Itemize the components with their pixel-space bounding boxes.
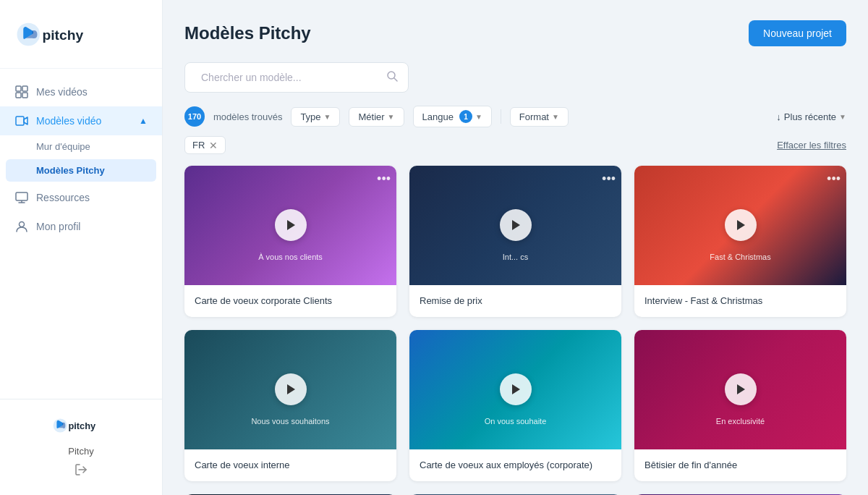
- sign-out-icon[interactable]: [74, 462, 88, 481]
- type-chevron-icon: ▼: [324, 113, 331, 121]
- results-count-badge: 170: [184, 106, 205, 127]
- play-button[interactable]: [725, 373, 757, 405]
- template-title: Remise de prix: [409, 285, 621, 317]
- sidebar-navigation: Mes vidéos Modèles vidéo ▲ Mur d'équipe …: [0, 69, 162, 399]
- template-title: Carte de voeux interne: [184, 449, 396, 481]
- svg-rect-3: [22, 86, 27, 91]
- svg-text:pitchy: pitchy: [43, 28, 84, 43]
- sidebar-item-mon-profil[interactable]: Mon profil: [0, 212, 162, 241]
- thumb-overlay-text: À vous nos clients: [205, 253, 375, 261]
- metier-filter-label: Métier: [358, 111, 384, 122]
- thumb-overlay-text: En exclusivité: [655, 417, 825, 426]
- thumb-overlay-text: Int... cs: [430, 253, 600, 261]
- play-button[interactable]: [725, 209, 757, 241]
- play-button[interactable]: [275, 209, 307, 241]
- monitor-icon: [14, 190, 29, 205]
- sidebar-footer-label: Pitchy: [68, 446, 93, 457]
- template-card[interactable]: Nous vous souhaitons Carte de voeux inte…: [184, 330, 396, 481]
- pitchy-logo-top: pitchy: [14, 14, 116, 54]
- svg-rect-6: [16, 117, 24, 125]
- clear-filters-button[interactable]: Effacer les filtres: [777, 140, 846, 151]
- sidebar-item-modeles-video-label: Modèles vidéo: [36, 115, 132, 127]
- sidebar-subitem-modeles-pitchy[interactable]: Modèles Pitchy: [6, 159, 156, 182]
- sort-arrow-icon: ↓: [776, 111, 781, 122]
- thumb-background: À vous nos clients: [184, 166, 396, 285]
- sort-chevron-icon: ▼: [839, 113, 846, 121]
- play-button[interactable]: [500, 373, 532, 405]
- search-bar: [184, 62, 409, 93]
- template-card[interactable]: Int... cs ••• Remise de prix: [409, 166, 621, 317]
- sidebar-subitem-modeles-pitchy-label: Modèles Pitchy: [36, 165, 105, 176]
- svg-rect-7: [16, 192, 27, 200]
- template-title: Carte de voeux corporate Clients: [184, 285, 396, 317]
- thumb-background: Int... cs: [409, 166, 621, 285]
- pitchy-logo-bottom: pitchy: [52, 414, 110, 440]
- fr-tag-close-button[interactable]: ✕: [209, 140, 218, 151]
- template-card[interactable]: En exclusivité Bêtisier de fin d'année: [634, 330, 846, 481]
- thumb-background: Nous vous souhaitons: [184, 330, 396, 449]
- template-card[interactable]: Fast & Christmas ••• Interview - Fast & …: [634, 166, 846, 317]
- filter-divider: [501, 109, 501, 124]
- svg-line-15: [394, 78, 397, 81]
- fr-filter-tag: FR ✕: [184, 136, 226, 154]
- sidebar-item-ressources-label: Ressources: [36, 192, 90, 203]
- thumb-overlay-text: Nous vous souhaitons: [205, 417, 375, 426]
- metier-filter-button[interactable]: Métier ▼: [349, 107, 404, 127]
- template-thumb: En exclusivité: [634, 330, 846, 449]
- template-title: Bêtisier de fin d'année: [634, 449, 846, 481]
- thumb-overlay-text: Fast & Christmas: [655, 253, 825, 261]
- template-thumb: Fast & Christmas •••: [634, 166, 846, 285]
- results-count-label: modèles trouvés: [213, 111, 282, 122]
- sidebar-item-mes-videos-label: Mes vidéos: [36, 86, 88, 98]
- template-title: Interview - Fast & Christmas: [634, 285, 846, 317]
- svg-rect-5: [22, 93, 27, 98]
- fr-tag-label: FR: [192, 140, 205, 151]
- format-chevron-icon: ▼: [552, 113, 559, 121]
- new-project-button[interactable]: Nouveau projet: [749, 20, 846, 46]
- sidebar: pitchy Mes vidéos Mo: [0, 0, 163, 495]
- type-filter-label: Type: [300, 111, 320, 122]
- templates-grid: À vous nos clients ••• Carte de voeux co…: [184, 166, 846, 495]
- langue-chevron-icon: ▼: [475, 113, 482, 121]
- langue-filter-button[interactable]: Langue 1 ▼: [413, 106, 492, 127]
- metier-chevron-icon: ▼: [388, 113, 395, 121]
- grid-icon: [14, 85, 29, 99]
- search-icon: [386, 70, 398, 85]
- sidebar-item-ressources[interactable]: Ressources: [0, 183, 162, 212]
- sidebar-item-modeles-video[interactable]: Modèles vidéo ▲: [0, 106, 162, 135]
- template-thumb: Int... cs •••: [409, 166, 621, 285]
- langue-badge: 1: [459, 110, 472, 123]
- langue-filter-label: Langue: [422, 111, 454, 122]
- thumb-overlay-text: On vous souhaite: [430, 417, 600, 426]
- format-filter-label: Format: [519, 111, 549, 122]
- more-options-icon[interactable]: •••: [827, 172, 841, 187]
- template-card[interactable]: À vous nos clients ••• Carte de voeux co…: [184, 166, 396, 317]
- sidebar-item-mes-videos[interactable]: Mes vidéos: [0, 77, 162, 106]
- sidebar-subitem-mur-equipe-label: Mur d'équipe: [36, 141, 90, 152]
- sort-label: Plus récente: [784, 111, 836, 122]
- format-filter-button[interactable]: Format ▼: [510, 107, 569, 127]
- svg-rect-2: [16, 86, 21, 91]
- search-input[interactable]: [195, 63, 386, 92]
- video-icon: [14, 114, 29, 128]
- thumb-background: En exclusivité: [634, 330, 846, 449]
- sidebar-item-mon-profil-label: Mon profil: [36, 221, 80, 232]
- sort-button[interactable]: ↓ Plus récente ▼: [776, 111, 846, 122]
- more-options-icon[interactable]: •••: [377, 172, 391, 187]
- active-filters: FR ✕ Effacer les filtres: [184, 136, 846, 154]
- user-icon: [14, 219, 29, 234]
- play-button[interactable]: [500, 209, 532, 241]
- template-thumb: Nous vous souhaitons: [184, 330, 396, 449]
- thumb-background: Fast & Christmas: [634, 166, 846, 285]
- type-filter-button[interactable]: Type ▼: [291, 107, 340, 127]
- page-title: Modèles Pitchy: [184, 23, 311, 43]
- template-card[interactable]: On vous souhaite Carte de voeux aux empl…: [409, 330, 621, 481]
- main-content: Modèles Pitchy Nouveau projet 170 modèle…: [163, 0, 868, 495]
- sidebar-subitem-mur-equipe[interactable]: Mur d'équipe: [0, 135, 162, 158]
- sidebar-footer: pitchy Pitchy: [0, 399, 162, 495]
- more-options-icon[interactable]: •••: [602, 172, 616, 187]
- page-header: Modèles Pitchy Nouveau projet: [184, 20, 846, 46]
- svg-point-10: [20, 222, 25, 227]
- template-title: Carte de voeux aux employés (corporate): [409, 449, 621, 481]
- play-button[interactable]: [275, 373, 307, 405]
